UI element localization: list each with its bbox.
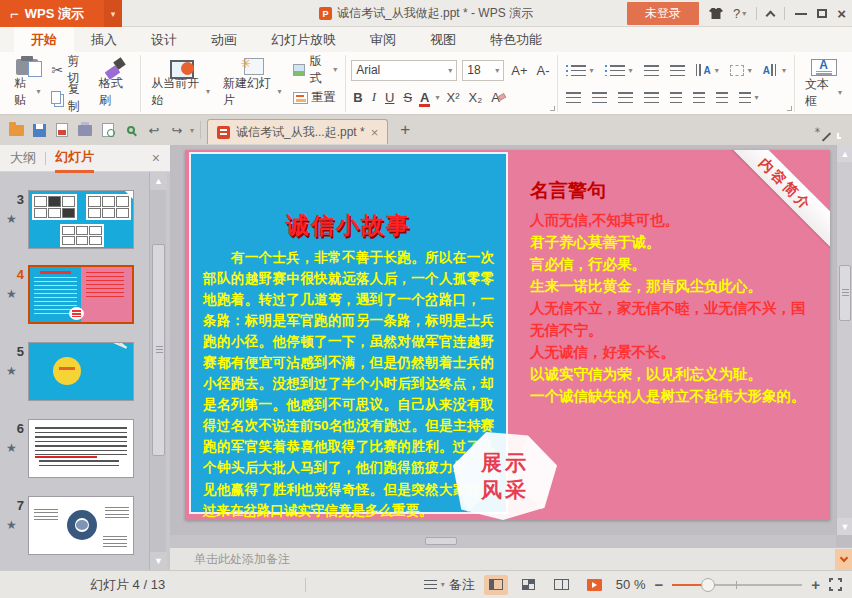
grow-font-button[interactable]: A+ [509, 63, 529, 78]
scroll-down-icon[interactable]: ▼ [837, 518, 852, 535]
bullet-list-button[interactable]: ▾ [563, 58, 597, 82]
play-from-current-button[interactable]: 从当前开始▾ [146, 57, 215, 111]
font-dialog-launcher[interactable] [550, 106, 555, 111]
decrease-spacing-button[interactable] [713, 85, 731, 109]
underline-button[interactable]: U [383, 90, 396, 105]
textbox-button[interactable]: A 文本框▾ [800, 57, 847, 111]
scroll-down-icon[interactable]: ▼ [150, 552, 167, 570]
increase-indent-button[interactable] [667, 58, 688, 82]
slide-thumbnail-4-selected[interactable] [28, 265, 134, 324]
subscript-button[interactable]: X₂ [466, 90, 484, 105]
normal-view-button[interactable] [484, 575, 508, 595]
panel-close-icon[interactable]: × [152, 150, 160, 166]
zoom-out-button[interactable]: − [654, 576, 663, 593]
find-button[interactable] [121, 119, 141, 141]
skin-button[interactable] [709, 8, 723, 19]
paragraph-dialog-launcher[interactable] [787, 106, 792, 111]
reading-view-button[interactable] [550, 575, 574, 595]
tab-special-features[interactable]: 特色功能 [473, 27, 559, 52]
font-name-select[interactable]: Arial▾ [351, 60, 457, 81]
outline-tab[interactable]: 大纲 [10, 149, 36, 167]
close-button[interactable]: × [837, 9, 846, 19]
slide-thumbnail-3[interactable] [28, 190, 134, 249]
expand-panel-button[interactable] [835, 549, 852, 570]
scroll-up-icon[interactable]: ▲ [837, 145, 852, 162]
collapse-ribbon-button[interactable] [767, 8, 774, 19]
tab-view[interactable]: 视图 [413, 27, 473, 52]
format-painter-button[interactable]: 格式刷 [94, 57, 136, 111]
font-size-select[interactable]: 18▾ [462, 60, 504, 81]
slide-thumbnail-6[interactable] [28, 419, 134, 478]
vertical-scrollbar-thumb[interactable] [839, 265, 851, 321]
scroll-up-icon[interactable]: ▲ [150, 172, 167, 190]
horizontal-scrollbar-thumb[interactable] [425, 537, 457, 545]
tab-slideshow[interactable]: 幻灯片放映 [254, 27, 353, 52]
print-button[interactable] [75, 119, 95, 141]
open-button[interactable] [6, 119, 26, 141]
fit-to-window-button[interactable] [829, 578, 842, 591]
document-tab-close-icon[interactable]: × [371, 125, 379, 140]
login-button[interactable]: 未登录 [627, 2, 699, 25]
slides-tab[interactable]: 幻灯片 [55, 148, 94, 169]
zoom-slider-knob[interactable] [701, 578, 715, 592]
save-button[interactable] [29, 119, 49, 141]
slide-thumbnail-7[interactable] [28, 496, 134, 555]
redo-button[interactable]: ↪ [167, 119, 187, 141]
print-preview-button[interactable] [98, 119, 118, 141]
slideshow-button[interactable] [583, 575, 607, 595]
columns-button[interactable]: ▾ [727, 58, 755, 82]
panel-scrollbar-thumb[interactable] [152, 244, 165, 456]
tab-home[interactable]: 开始 [14, 27, 74, 52]
help-button[interactable]: ?▾ [733, 6, 746, 21]
slide-sorter-button[interactable] [517, 575, 541, 595]
notes-input[interactable]: 单击此处添加备注 [170, 547, 852, 570]
increase-spacing-button[interactable] [690, 85, 708, 109]
zoom-in-button[interactable]: + [811, 576, 820, 593]
document-tab[interactable]: 诚信考试_从我...起.ppt * × [207, 119, 388, 144]
tab-design[interactable]: 设计 [134, 27, 194, 52]
align-center-button[interactable] [589, 85, 610, 109]
wps-menu-caret-icon[interactable]: ▾ [104, 0, 122, 27]
align-left-button[interactable] [563, 85, 584, 109]
italic-button[interactable]: I [370, 89, 378, 105]
wps-menu-button[interactable]: ⌐ WPS 演示 ▾ [0, 0, 122, 27]
new-slide-button[interactable]: 新建幻灯片▾ [218, 57, 287, 111]
numbered-list-button[interactable]: ▾ [602, 58, 636, 82]
vertical-scrollbar[interactable]: ▲ ▼ [836, 145, 852, 535]
tab-review[interactable]: 审阅 [353, 27, 413, 52]
clear-format-button[interactable]: A [489, 90, 509, 105]
decrease-indent-button[interactable] [641, 58, 662, 82]
bold-button[interactable]: B [351, 90, 364, 105]
strikethrough-button[interactable]: S [401, 90, 414, 105]
superscript-button[interactable]: X² [444, 90, 461, 105]
line-spacing-button[interactable]: ▾ [736, 85, 762, 109]
align-right-button[interactable] [615, 85, 636, 109]
cut-button[interactable]: ✂ 剪切 [48, 58, 90, 82]
slide-4[interactable]: 诚信小故事 有一个士兵，非常不善于长跑。所以在一次部队的越野赛中很快就远落人后，… [185, 150, 830, 520]
distribute-button[interactable] [667, 85, 685, 109]
copy-button[interactable]: 复制 [48, 86, 90, 110]
export-pdf-button[interactable] [52, 119, 72, 141]
text-direction-button[interactable]: A▾ [693, 58, 722, 82]
zoom-slider[interactable] [672, 578, 802, 592]
tab-insert[interactable]: 插入 [74, 27, 134, 52]
panel-scrollbar[interactable]: ▲ ▼ [149, 172, 166, 570]
justify-button[interactable] [641, 85, 662, 109]
tab-animation[interactable]: 动画 [194, 27, 254, 52]
horizontal-scrollbar[interactable] [170, 535, 836, 547]
notes-toggle-button[interactable]: ▾ 备注 [424, 576, 475, 594]
maximize-button[interactable] [817, 9, 827, 18]
reset-button[interactable]: 重置 [290, 86, 341, 110]
shrink-font-button[interactable]: A- [535, 63, 552, 78]
minimize-button[interactable] [795, 13, 807, 15]
undo-button[interactable]: ↩ [144, 119, 164, 141]
paste-button[interactable]: 粘贴▾ [9, 57, 45, 111]
new-document-tab-button[interactable]: + [400, 120, 410, 140]
quotes-textbox[interactable]: 名言警句 人而无信,不知其可也。 君子养心莫善于诚。 言必信，行必果。 生来一诺… [530, 178, 818, 407]
layout-button[interactable]: 版式 ▾ [290, 58, 341, 82]
character-spacing-button[interactable]: A▾ [760, 58, 789, 82]
font-color-button[interactable]: A [419, 90, 430, 105]
qa-customize-caret-icon[interactable]: ▾ [190, 126, 194, 135]
font-color-caret-icon[interactable]: ▾ [435, 93, 439, 102]
slide-thumbnail-5[interactable] [28, 342, 134, 401]
